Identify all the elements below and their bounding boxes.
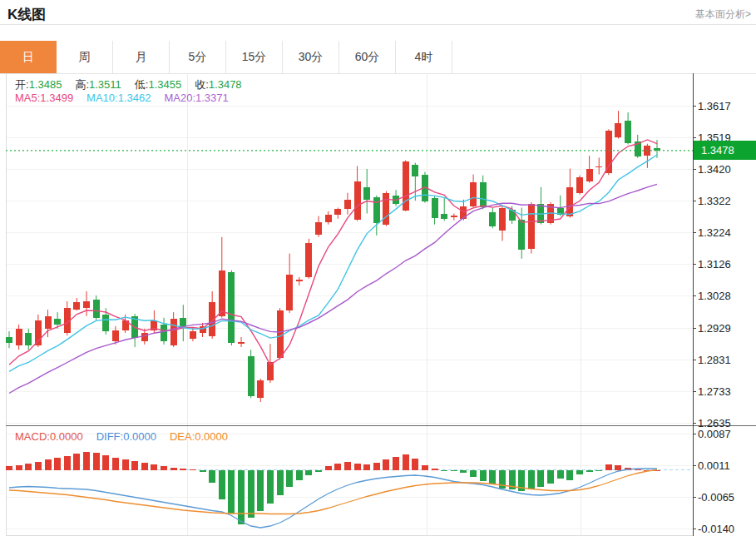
legend-item: MA5:1.3499 xyxy=(15,92,73,104)
axis-tick-label: 1.2733 xyxy=(698,385,731,398)
axis-tick-label: 1.3224 xyxy=(698,226,731,239)
axis-tick-label: 1.2831 xyxy=(698,354,731,366)
legend-item: MA20:1.3371 xyxy=(164,92,228,104)
legend-value: 1.3455 xyxy=(148,78,181,91)
legend-value: 1.3462 xyxy=(118,92,151,104)
legend-label: 低: xyxy=(135,78,149,91)
legend-label: DEA: xyxy=(170,430,195,443)
legend-label: DIFF: xyxy=(96,430,124,443)
legend-label: MA20: xyxy=(164,92,195,104)
axis-tick-label: 0.0087 xyxy=(698,428,731,440)
tab-60min[interactable]: 60分 xyxy=(339,41,396,73)
axis-tick-label: 1.3126 xyxy=(698,258,731,270)
legend-item: 低:1.3455 xyxy=(135,78,181,91)
tab-4hour[interactable]: 4时 xyxy=(396,41,452,73)
tab-month[interactable]: 月 xyxy=(113,41,170,73)
ma-lines-layer xyxy=(9,140,657,394)
legend-value: 1.3511 xyxy=(89,78,121,91)
axis-tick-label: 1.3617 xyxy=(698,100,731,112)
legend-label: 收: xyxy=(195,78,209,91)
legend-item: 收:1.3478 xyxy=(195,78,241,91)
tab-5min[interactable]: 5分 xyxy=(170,41,226,73)
axis-tick-label: 0.0011 xyxy=(698,459,730,472)
page-header: K线图 基本面分析> xyxy=(0,0,756,25)
axis-tick-label: 1.3420 xyxy=(698,163,731,176)
axis-tick-label: 1.2929 xyxy=(698,322,731,335)
legend-value: 0.0000 xyxy=(123,430,156,443)
macd-layer xyxy=(6,452,660,529)
legend-item: DIFF:0.0000 xyxy=(96,430,156,443)
legend-item: 高:1.3511 xyxy=(75,78,121,91)
tab-15min[interactable]: 15分 xyxy=(226,41,283,73)
axis-tick-label: -0.0140 xyxy=(698,523,734,535)
legend-value: 0.0000 xyxy=(50,430,83,443)
legend-value: 1.3499 xyxy=(40,92,73,104)
kline-chart-canvas[interactable]: 1.36171.35191.34201.33221.32241.31261.30… xyxy=(0,73,756,536)
legend-label: MA10: xyxy=(86,92,118,104)
ma20-line xyxy=(9,184,657,393)
legend-value: 1.3485 xyxy=(29,78,62,91)
legend-label: 高: xyxy=(75,78,89,91)
legend-item: DEA:0.0000 xyxy=(170,430,228,443)
legend-label: MA5: xyxy=(15,92,40,104)
legend-value: 1.3371 xyxy=(195,92,229,104)
legend-item: MACD:0.0000 xyxy=(15,430,83,443)
axis-tick-label: -0.0065 xyxy=(698,491,734,504)
page-title: K线图 xyxy=(7,5,46,24)
ohlc-legend: 开:1.3485高:1.3511低:1.3455收:1.3478 xyxy=(15,77,255,92)
candles-layer xyxy=(6,111,660,402)
axis-tick-label: 1.3322 xyxy=(698,195,731,207)
axis-tick-label: 1.3028 xyxy=(698,290,731,302)
legend-item: MA10:1.3462 xyxy=(86,92,151,104)
ma10-line xyxy=(9,155,657,371)
fundamental-analysis-link[interactable]: 基本面分析> xyxy=(695,7,751,22)
current-price-badge: 1.3478 xyxy=(694,141,756,160)
legend-value: 0.0000 xyxy=(195,430,228,443)
legend-value: 1.3478 xyxy=(209,78,242,91)
legend-label: MACD: xyxy=(15,430,50,443)
period-tabbar: 日周月5分15分30分60分4时 xyxy=(0,41,756,74)
legend-label: 开: xyxy=(15,78,29,91)
tab-week[interactable]: 周 xyxy=(57,41,113,73)
tab-30min[interactable]: 30分 xyxy=(283,41,339,73)
macd-legend: MACD:0.0000DIFF:0.0000DEA:0.0000 xyxy=(15,430,241,443)
ma-legend: MA5:1.3499MA10:1.3462MA20:1.3371 xyxy=(15,92,242,104)
legend-item: 开:1.3485 xyxy=(15,78,62,91)
tab-day[interactable]: 日 xyxy=(0,41,57,73)
kline-page: { "header": { "title": "K线图", "link": "基… xyxy=(0,0,756,536)
